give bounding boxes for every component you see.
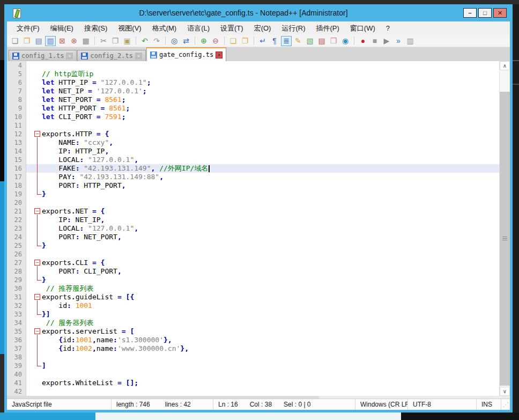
code-line[interactable]: 16 FAKE: "42.193.131.149", //外网IP/域名 [7,164,499,173]
code-line[interactable]: 42 [7,387,499,396]
macro-run-multi-icon[interactable]: » [393,36,404,46]
menu-item[interactable]: 窗口(W) [345,22,381,35]
code-line[interactable]: 23 LOCAL: "127.0.0.1", [7,224,499,233]
zoom-out-icon[interactable]: ⊖ [210,36,221,46]
sync-horizontal-icon[interactable]: ❐ [240,36,250,46]
replace-icon[interactable]: ⇄ [181,36,191,46]
macro-save-icon[interactable]: ▥ [405,36,416,46]
status-eol-format[interactable]: Windows (CR LF) [355,399,408,410]
user-lang-icon[interactable]: ✎ [293,36,303,46]
code-line[interactable]: 12−exports.HTTP = { [7,130,499,138]
new-file-icon[interactable]: ❏ [10,36,20,46]
undo-icon[interactable]: ↶ [139,36,150,46]
save-all-icon[interactable]: ▥ [45,36,56,46]
show-all-chars-icon[interactable]: ¶ [269,36,280,46]
menu-item[interactable]: 运行(R) [276,22,310,35]
menu-item[interactable]: 语言(L) [182,22,215,35]
code-line[interactable]: 32 id: 1001 [7,301,499,310]
code-line[interactable]: 10let CLI_PORT = 7591; [7,113,499,121]
tab-config_1.ts[interactable]: config_1.ts✕ [9,50,77,61]
code-line[interactable]: 38 [7,353,499,362]
title-bar[interactable]: D:\server\server\etc\gate_config.ts - No… [7,4,510,21]
code-line[interactable]: 34 // 服务器列表 [7,319,499,327]
vertical-scrollbar[interactable]: ∧ ∨ [499,61,510,396]
fold-collapse-icon[interactable]: − [34,260,40,266]
copy-icon[interactable]: ❐ [110,36,121,46]
tab-gate_config.ts[interactable]: gate_config.ts✕ [146,47,226,61]
menu-item[interactable]: 设置(T) [215,22,249,35]
code-line[interactable]: 19} [7,190,499,198]
menu-item[interactable]: 文件(F) [11,22,45,35]
code-line[interactable]: 4 [7,61,499,70]
horizontal-scrollbar[interactable] [7,396,510,399]
scroll-up-icon[interactable]: ∧ [500,61,510,70]
resize-grip-icon[interactable]: ⋰ [501,401,510,408]
fold-collapse-icon[interactable]: − [34,328,40,334]
scroll-down-icon[interactable]: ∨ [500,387,510,396]
code-line[interactable]: 13 NAME: "ccxy", [7,138,499,147]
code-line[interactable]: 39] [7,362,499,370]
code-line[interactable]: 21−exports.NET = { [7,207,499,216]
code-line[interactable]: 31−exports.guideList = [{ [7,293,499,301]
fold-collapse-icon[interactable]: − [34,294,40,300]
menu-item[interactable]: 插件(P) [310,22,344,35]
code-line[interactable]: 30 // 推荐服列表 [7,284,499,293]
menu-item[interactable]: 编辑(E) [45,22,79,35]
fold-collapse-icon[interactable]: − [34,131,40,137]
fold-open-marker[interactable]: − [26,207,42,216]
menu-item[interactable]: 宏(O) [249,22,277,35]
code-line[interactable]: 35−exports.serverList = [ [7,327,499,336]
code-line[interactable]: 20 [7,198,499,207]
code-line[interactable]: 26 [7,250,499,259]
code-line[interactable]: 15 LOCAL: "127.0.0.1", [7,156,499,164]
code-line[interactable]: 25} [7,241,499,250]
horizontal-scrollbar-thumb[interactable] [7,396,319,399]
tab-config_2.ts[interactable]: config_2.ts✕ [77,50,145,61]
fold-open-marker[interactable]: − [26,259,42,267]
sync-vertical-icon[interactable]: ❏ [228,36,239,46]
folder-workspace-icon[interactable]: ❒ [328,36,339,46]
code-line[interactable]: 40 [7,370,499,379]
scrollbar-thumb[interactable] [500,92,510,386]
fold-collapse-icon[interactable]: − [34,208,40,214]
doc-map-icon[interactable]: ▧ [305,36,315,46]
code-line[interactable]: 7let NET_IP = '127.0.0.1'; [7,87,499,95]
menu-item[interactable]: 搜索(S) [79,22,113,35]
code-line[interactable]: 28 PORT: CLI_PORT, [7,267,499,276]
close-button[interactable]: ✕ [493,8,507,18]
macro-stop-icon[interactable]: ■ [369,36,380,46]
code-line[interactable]: 33}] [7,310,499,319]
redo-icon[interactable]: ↷ [151,36,162,46]
code-line[interactable]: 18 PORT: HTTP_PORT, [7,181,499,190]
paste-icon[interactable]: ▣ [122,36,132,46]
code-line[interactable]: 36 {id:1001,name:'s1.300000'}, [7,336,499,344]
close-file-icon[interactable]: ⊠ [57,36,68,46]
close-all-files-icon[interactable]: ⊗ [69,36,79,46]
code-line[interactable]: 6let HTTP_IP = "127.0.0.1"; [7,78,499,87]
word-wrap-icon[interactable]: ↵ [257,36,268,46]
macro-record-icon[interactable]: ● [358,36,368,46]
code-line[interactable]: 37 {id:1002,name:'www.300000.cn'}, [7,344,499,353]
cut-icon[interactable]: ✂ [98,36,109,46]
open-folder-icon[interactable]: ❐ [21,36,32,46]
menu-item[interactable]: 格式(M) [147,22,182,35]
fold-open-marker[interactable]: − [26,327,42,336]
save-icon[interactable]: ▤ [33,36,44,46]
fold-open-marker[interactable]: − [26,293,42,301]
menu-item[interactable]: ? [381,23,395,34]
code-line[interactable]: 17 PAY: "42.193.131.149:88", [7,173,499,181]
maximize-button[interactable]: □ [478,8,492,18]
zoom-in-icon[interactable]: ⊕ [198,36,209,46]
code-line[interactable]: 9let HTTP_PORT = 8561; [7,104,499,113]
code-line[interactable]: 27−exports.CLI = { [7,259,499,267]
status-insert-mode[interactable]: INS [477,399,501,410]
fold-open-marker[interactable]: − [26,130,42,138]
code-line[interactable]: 5// http监听ip [7,70,499,78]
indent-guide-icon[interactable]: ≣ [281,36,292,46]
code-area[interactable]: 45// http监听ip6let HTTP_IP = "127.0.0.1";… [7,61,499,396]
tab-close-icon[interactable]: ✕ [66,53,73,60]
code-line[interactable]: 8let NET_PORT = 8561; [7,95,499,104]
document-list-icon[interactable]: ▤ [316,36,327,46]
code-line[interactable]: 14 IP: HTTP_IP, [7,147,499,156]
code-line[interactable]: 41exports.WhiteList = []; [7,379,499,387]
